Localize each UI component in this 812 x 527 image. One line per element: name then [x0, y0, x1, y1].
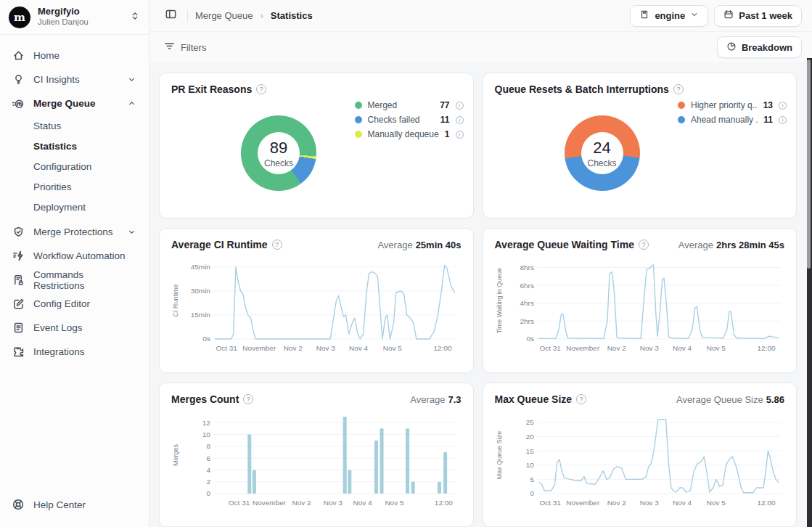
help-center-label: Help Center — [33, 499, 86, 510]
sidebar-item-merge-protections[interactable]: Merge Protections — [6, 220, 143, 244]
svg-text:30min: 30min — [191, 287, 210, 295]
scrollbar-track[interactable] — [807, 58, 812, 527]
sidebar-subitem-status[interactable]: Status — [6, 115, 143, 136]
donut-total-label: Checks — [264, 158, 293, 168]
legend-dot — [355, 116, 362, 123]
svg-text:Nov 4: Nov 4 — [672, 499, 691, 507]
org-switcher[interactable]: m Mergifyio Julien Danjou — [0, 0, 149, 35]
svg-text:Nov 4: Nov 4 — [672, 344, 691, 352]
sidebar-item-commands-restrictions[interactable]: Commands Restrictions — [6, 268, 143, 292]
legend-label: Ahead manually ... — [691, 115, 758, 125]
sidebar-item-event-logs[interactable]: Event Logs — [6, 316, 143, 340]
main-area: Merge Queue › Statistics engine Past 1 w… — [149, 0, 812, 527]
repository-select-button[interactable]: engine — [630, 5, 708, 27]
sidebar-subitem-priorities[interactable]: Priorities — [6, 176, 143, 197]
info-icon[interactable]: i — [779, 102, 787, 110]
help-icon[interactable]: ? — [576, 394, 586, 404]
legend-value: 11 — [440, 115, 450, 125]
card-title: PR Exit Reasons — [171, 83, 252, 95]
help-icon[interactable]: ? — [256, 84, 266, 94]
top-bar: Merge Queue › Statistics engine Past 1 w… — [149, 0, 812, 32]
card-queue-resets: Queue Resets & Batch Interruptions ? 24 … — [483, 73, 797, 218]
svg-text:CI Runtime: CI Runtime — [172, 285, 179, 317]
help-icon[interactable]: ? — [272, 240, 282, 250]
card-title: Queue Resets & Batch Interruptions — [495, 83, 669, 95]
scrollbar-thumb[interactable] — [807, 60, 811, 269]
sidebar-subitem-configuration[interactable]: Configuration — [6, 156, 143, 176]
help-icon[interactable]: ? — [243, 394, 253, 404]
legend-item-manually-dequeued[interactable]: Manually dequeued 1 i — [355, 127, 464, 142]
card-merges-count: Merges Count ? Average7.3 024681012Oct 3… — [159, 383, 474, 527]
legend-value: 11 — [763, 115, 773, 125]
donut-chart: 24 Checks — [565, 115, 640, 191]
sidebar-toggle-button[interactable] — [161, 7, 180, 25]
sidebar-item-ci-insights[interactable]: CI Insights — [6, 68, 143, 91]
sidebar-subitem-label: Statistics — [33, 141, 77, 152]
filters-button[interactable]: Filters — [164, 41, 206, 54]
user-name: Julien Danjou — [38, 17, 123, 27]
sidebar-item-merge-queue[interactable]: Merge Queue — [6, 91, 143, 115]
legend-dot — [355, 131, 362, 138]
svg-text:8: 8 — [206, 442, 210, 450]
donut-total: 89 — [270, 139, 287, 158]
sidebar-item-config-editor[interactable]: Config Editor — [6, 292, 143, 316]
donut-center: 89 Checks — [241, 115, 316, 191]
filter-icon — [164, 41, 175, 54]
chart-legend: Merged 77 i Checks failed 11 i Manually … — [355, 98, 464, 142]
svg-text:Oct 31: Oct 31 — [216, 344, 237, 352]
org-avatar-letter: m — [14, 11, 25, 24]
sidebar-subitem-label: Deployment — [33, 202, 86, 213]
sidebar-subitem-label: Configuration — [33, 161, 91, 172]
legend-item-ahead-manually[interactable]: Ahead manually ... 11 i — [678, 113, 787, 127]
info-icon[interactable]: i — [456, 102, 464, 110]
svg-text:15min: 15min — [191, 311, 210, 319]
document-lock-icon — [12, 274, 25, 287]
breakdown-label: Breakdown — [742, 42, 792, 53]
svg-text:Oct 31: Oct 31 — [229, 499, 250, 507]
sidebar-item-integrations[interactable]: Integrations — [6, 340, 143, 364]
svg-text:12:00: 12:00 — [434, 344, 452, 352]
sidebar-subitem-statistics[interactable]: Statistics — [6, 136, 143, 156]
lifebuoy-icon — [12, 498, 25, 511]
info-icon[interactable]: i — [456, 131, 464, 139]
legend-item-higher-priority[interactable]: Higher priority q... 13 i — [678, 98, 787, 113]
svg-text:45min: 45min — [191, 263, 210, 271]
shield-check-icon — [12, 226, 25, 239]
sidebar-item-home[interactable]: Home — [6, 44, 143, 68]
legend-label: Higher priority q... — [691, 100, 758, 110]
donut-total-label: Checks — [587, 158, 616, 168]
breadcrumb-parent[interactable]: Merge Queue — [195, 10, 253, 21]
sidebar-item-label: Merge Queue — [33, 98, 118, 109]
help-icon[interactable]: ? — [673, 84, 684, 94]
breadcrumb-current[interactable]: Statistics — [271, 10, 313, 21]
legend-item-checks-failed[interactable]: Checks failed 11 i — [355, 113, 464, 127]
svg-text:6hrs: 6hrs — [520, 282, 533, 290]
help-icon[interactable]: ? — [639, 240, 649, 250]
svg-text:10: 10 — [202, 430, 211, 438]
help-center-link[interactable]: Help Center — [0, 498, 149, 527]
breakdown-button[interactable]: Breakdown — [717, 36, 802, 58]
time-period-button[interactable]: Past 1 week — [714, 5, 802, 27]
svg-text:Max Queue Size: Max Queue Size — [495, 431, 502, 479]
info-icon[interactable]: i — [779, 116, 787, 124]
svg-text:Time Waiting in Queue: Time Waiting in Queue — [495, 268, 502, 334]
legend-item-merged[interactable]: Merged 77 i — [355, 98, 464, 113]
calendar-icon — [723, 9, 734, 22]
legend-label: Checks failed — [368, 115, 435, 125]
svg-text:2: 2 — [206, 478, 210, 486]
donut-center: 24 Checks — [565, 115, 640, 191]
average-value: Average7.3 — [410, 394, 461, 405]
sidebar-item-label: Integrations — [33, 346, 137, 357]
sidebar-subitem-deployment[interactable]: Deployment — [6, 197, 143, 217]
svg-text:Nov 2: Nov 2 — [292, 499, 311, 507]
donut-chart: 89 Checks — [241, 115, 316, 191]
filter-bar-actions: Breakdown — [717, 36, 802, 58]
chevron-down-icon — [127, 227, 137, 237]
sidebar-item-label: Event Logs — [33, 322, 137, 333]
sidebar-item-workflow-automation[interactable]: Workflow Automation — [6, 244, 143, 268]
info-icon[interactable]: i — [456, 116, 464, 124]
top-bar-actions: engine Past 1 week — [630, 5, 802, 27]
svg-text:Nov 5: Nov 5 — [385, 499, 403, 507]
card-queue-waiting-time: Average Queue Waiting Time ? Average2hrs… — [483, 228, 797, 373]
sidebar-item-label: Config Editor — [33, 298, 137, 309]
